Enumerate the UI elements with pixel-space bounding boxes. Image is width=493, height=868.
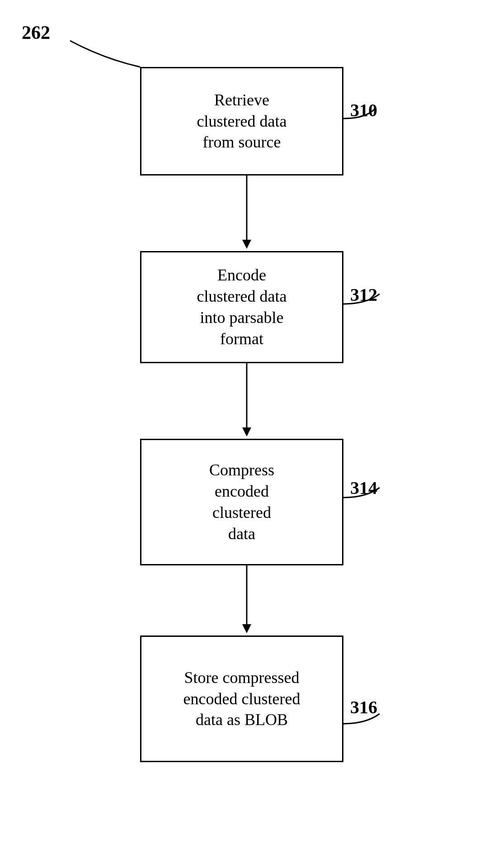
box-compress-ref: 314	[350, 477, 377, 498]
box-encode-text: Encodeclustered datainto parsableformat	[197, 265, 287, 349]
figure-label: 262	[22, 22, 50, 43]
box-store-ref: 316	[350, 697, 377, 718]
box-retrieve-ref: 310	[350, 100, 377, 121]
box-retrieve-text: Retrieveclustered datafrom source	[197, 90, 287, 153]
box-store-text: Store compressedencoded clustereddata as…	[183, 667, 300, 730]
box-compress-text: Compressencodedclustereddata	[209, 460, 274, 544]
box-encode: Encodeclustered datainto parsableformat	[140, 251, 343, 363]
box-store: Store compressedencoded clustereddata as…	[140, 636, 343, 762]
svg-marker-1	[242, 240, 251, 249]
svg-marker-3	[242, 427, 251, 436]
svg-marker-5	[242, 624, 251, 633]
box-compress: Compressencodedclustereddata	[140, 439, 343, 565]
box-encode-ref: 312	[350, 284, 377, 305]
diagram-container: 262 Retrieveclustered datafrom source 31…	[0, 0, 493, 868]
box-retrieve: Retrieveclustered datafrom source	[140, 67, 343, 175]
